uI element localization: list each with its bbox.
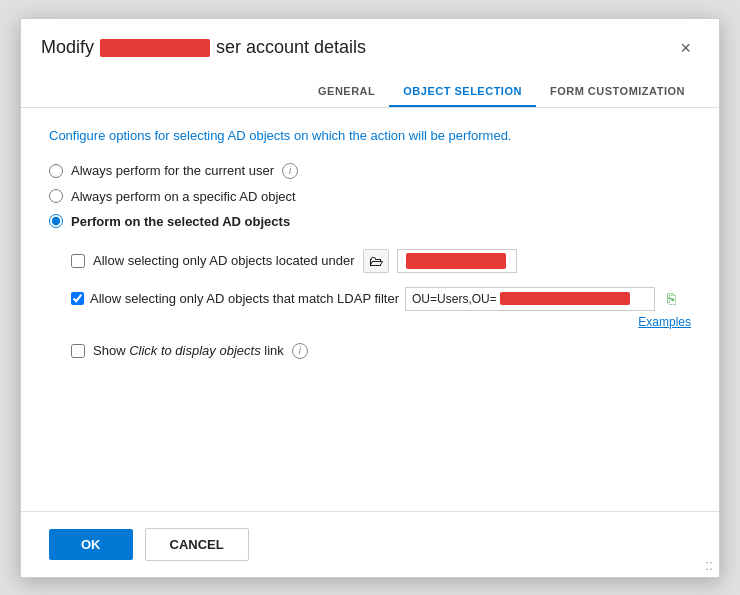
option-show-link: Show Click to display objects link i (71, 343, 691, 359)
tab-object-selection[interactable]: OBJECT SELECTION (389, 77, 536, 107)
ldap-field: OU=Users,OU= (405, 287, 655, 311)
radio-specific-ad-label: Always perform on a specific AD object (71, 189, 296, 204)
radio-current-user-label: Always perform for the current user (71, 163, 274, 178)
radio-current-user: Always perform for the current user i (49, 163, 691, 179)
click-to-display-text: Click to display objects (129, 343, 261, 358)
radio-selected-ad: Perform on the selected AD objects (49, 214, 691, 229)
checkbox-ldap-filter[interactable] (71, 292, 84, 305)
dialog-footer: OK CANCEL (21, 511, 719, 577)
resize-handle[interactable]: :: (705, 557, 713, 573)
option-located-under: Allow selecting only AD objects located … (71, 249, 691, 273)
dialog-title: Modify ser account details (41, 37, 366, 58)
radio-current-user-input[interactable] (49, 164, 63, 178)
label-show-link: Show Click to display objects link (93, 343, 284, 358)
title-suffix: ser account details (216, 37, 366, 58)
cancel-button[interactable]: CANCEL (145, 528, 249, 561)
option-ldap-filter: Allow selecting only AD objects that mat… (71, 287, 691, 329)
checkbox-options: Allow selecting only AD objects located … (71, 249, 691, 359)
title-redacted (100, 39, 210, 57)
checkbox-located-under[interactable] (71, 254, 85, 268)
radio-group: Always perform for the current user i Al… (49, 163, 691, 229)
examples-link[interactable]: Examples (71, 315, 691, 329)
checkbox-show-link[interactable] (71, 344, 85, 358)
info-icon-current-user[interactable]: i (282, 163, 298, 179)
folder-button[interactable]: 🗁 (363, 249, 389, 273)
title-prefix: Modify (41, 37, 94, 58)
info-text: Configure options for selecting AD objec… (49, 128, 691, 143)
label-located-under: Allow selecting only AD objects located … (93, 253, 355, 268)
dialog-header: Modify ser account details × (21, 19, 719, 61)
radio-specific-ad: Always perform on a specific AD object (49, 189, 691, 204)
modify-dialog: Modify ser account details × GENERAL OBJ… (20, 18, 720, 578)
radio-selected-ad-input[interactable] (49, 214, 63, 228)
ldap-prefix: OU=Users,OU= (412, 292, 497, 306)
ldap-filter-line: Allow selecting only AD objects that mat… (71, 287, 676, 311)
dialog-body: Configure options for selecting AD objec… (21, 108, 719, 511)
radio-specific-ad-input[interactable] (49, 189, 63, 203)
tabs-bar: GENERAL OBJECT SELECTION FORM CUSTOMIZAT… (21, 67, 719, 108)
info-icon-show-link[interactable]: i (292, 343, 308, 359)
close-button[interactable]: × (672, 35, 699, 61)
label-ldap-filter: Allow selecting only AD objects that mat… (90, 291, 399, 306)
radio-selected-ad-label: Perform on the selected AD objects (71, 214, 290, 229)
located-under-redacted (406, 253, 506, 269)
copy-icon[interactable]: ⎘ (667, 290, 676, 307)
ldap-redacted (500, 292, 630, 305)
tab-form-customization[interactable]: FORM CUSTOMIZATION (536, 77, 699, 107)
tab-general[interactable]: GENERAL (304, 77, 389, 107)
ok-button[interactable]: OK (49, 529, 133, 560)
